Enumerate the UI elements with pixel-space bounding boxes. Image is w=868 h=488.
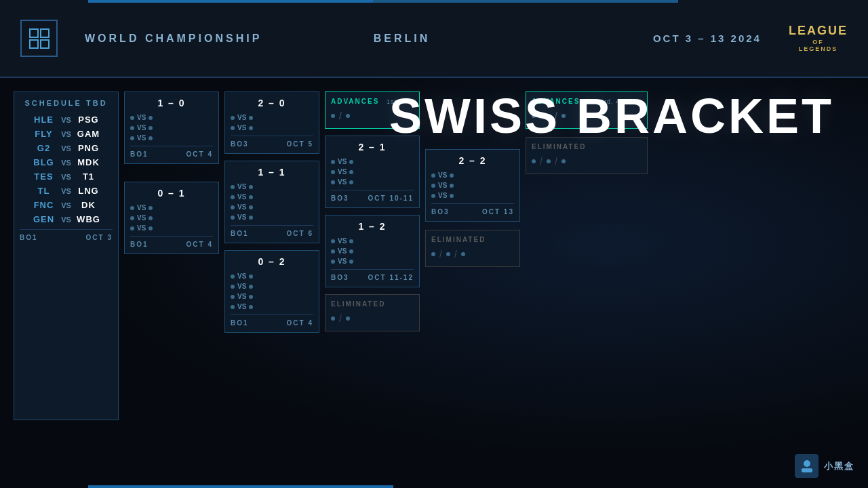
dot xyxy=(431,184,435,188)
bracket-match: VS xyxy=(231,271,313,281)
panel-footer: BO3 OCT 10-11 xyxy=(331,190,414,202)
dot xyxy=(231,274,235,279)
vs-3: VS xyxy=(60,144,73,152)
round2-02-panel: 0 – 2 VS VS VS VS xyxy=(224,250,319,333)
header-logo xyxy=(20,20,58,57)
schedule-footer: BO1 OCT 3 xyxy=(20,229,113,241)
dot xyxy=(349,180,353,184)
vs-1: VS xyxy=(60,116,73,124)
schedule-date: OCT 3 xyxy=(86,234,113,241)
watermark: 小黑盒 xyxy=(795,454,854,478)
team-psg: PSG xyxy=(76,115,102,125)
dot xyxy=(231,216,235,220)
watermark-logo xyxy=(795,454,818,478)
header-location: BERLIN xyxy=(374,33,431,45)
panel-footer: BO3 OCT 11-12 xyxy=(331,269,414,281)
dot xyxy=(249,274,253,279)
schedule-title: SCHEDULE TBD xyxy=(20,99,113,107)
schedule-panel: SCHEDULE TBD HLE VS PSG FLY VS GAM G2 VS… xyxy=(14,92,119,420)
team-hle: HLE xyxy=(31,115,57,125)
dot xyxy=(249,295,253,299)
match-row: FLY VS GAM xyxy=(20,127,113,141)
dot xyxy=(130,206,134,210)
score-20: 2 – 0 xyxy=(231,98,313,108)
advances-label: ADVANCES xyxy=(331,98,379,105)
dot xyxy=(231,305,235,309)
dot xyxy=(149,226,153,230)
bracket-match: VS xyxy=(431,180,514,190)
dot xyxy=(249,285,253,289)
vs: VS xyxy=(338,158,347,165)
header-title: WORLD CHAMPIONSHIP xyxy=(85,33,262,45)
bracket-match: VS xyxy=(130,123,213,133)
slash: / xyxy=(339,110,342,121)
dot xyxy=(249,205,253,209)
dot xyxy=(249,185,253,189)
dot xyxy=(249,126,253,130)
dot xyxy=(331,317,335,321)
match-row: TES VS T1 xyxy=(20,169,113,184)
all-panels: SCHEDULE TBD HLE VS PSG FLY VS GAM G2 VS… xyxy=(14,88,648,478)
dot xyxy=(249,116,253,120)
dot xyxy=(450,184,454,188)
header: WORLD CHAMPIONSHIP BERLIN OCT 3 – 13 202… xyxy=(0,0,868,78)
dot xyxy=(231,126,235,130)
dot xyxy=(450,194,454,198)
team-g2: G2 xyxy=(31,143,57,153)
score-10: 1 – 0 xyxy=(130,98,213,108)
dot xyxy=(349,170,353,174)
round1-10-panel: 1 – 0 VS VS VS BO1 OC xyxy=(124,92,219,164)
team-mdk: MDK xyxy=(76,157,102,167)
round2-column: 2 – 0 VS VS BO3 OCT 5 1 – 1 xyxy=(224,92,319,333)
slash: / xyxy=(555,156,557,167)
round3-12-panel: 1 – 2 VS VS VS BO3 OC xyxy=(325,215,420,287)
bo: BO1 xyxy=(231,319,249,327)
svg-point-4 xyxy=(804,460,810,467)
dot xyxy=(331,249,335,253)
dot xyxy=(231,285,235,289)
panel-footer: BO1 OCT 4 xyxy=(130,146,213,158)
date: OCT 13 xyxy=(482,208,514,216)
bracket-match: VS xyxy=(331,167,414,177)
round4-22-panel: 2 – 2 VS VS VS BO3 OC xyxy=(425,149,520,222)
vs: VS xyxy=(338,247,347,255)
dot xyxy=(349,260,353,264)
bracket-match: VS xyxy=(331,157,414,167)
lol-logo: LEAGUE OF LEGENDS xyxy=(789,24,848,53)
dot xyxy=(331,160,335,164)
panel-footer: BO1 OCT 4 xyxy=(231,314,313,327)
vs: VS xyxy=(338,237,347,245)
vs: VS xyxy=(237,283,246,290)
svg-rect-1 xyxy=(41,29,49,37)
bo: BO1 xyxy=(231,230,249,237)
panel-footer: BO3 OCT 5 xyxy=(231,136,313,148)
bracket-match: VS xyxy=(331,236,414,246)
bracket-match: VS xyxy=(231,123,313,133)
bracket-match: VS xyxy=(231,291,313,302)
dot xyxy=(130,116,134,120)
dot xyxy=(130,136,134,140)
vs: VS xyxy=(137,204,146,211)
panel-footer: BO1 OCT 6 xyxy=(231,225,313,237)
team-tl: TL xyxy=(31,186,57,196)
dot xyxy=(446,252,450,256)
dot xyxy=(331,114,335,118)
vs: VS xyxy=(438,171,447,179)
vs-5: VS xyxy=(60,173,73,181)
dot xyxy=(450,174,454,178)
date: OCT 10-11 xyxy=(368,195,414,202)
score-22: 2 – 2 xyxy=(431,155,514,166)
bracket-match: VS xyxy=(331,177,414,187)
dot xyxy=(149,126,153,130)
dot xyxy=(231,116,235,120)
match-row: G2 VS PNG xyxy=(20,141,113,155)
date: OCT 5 xyxy=(287,140,313,148)
team-fly: FLY xyxy=(31,129,57,139)
vs-8: VS xyxy=(60,216,73,224)
bo: BO1 xyxy=(130,150,149,158)
dot xyxy=(431,194,435,198)
dot xyxy=(346,114,350,118)
eliminated-row: / xyxy=(331,312,414,325)
eliminated-label: ELIMINATED xyxy=(431,236,514,243)
dot xyxy=(149,206,153,210)
